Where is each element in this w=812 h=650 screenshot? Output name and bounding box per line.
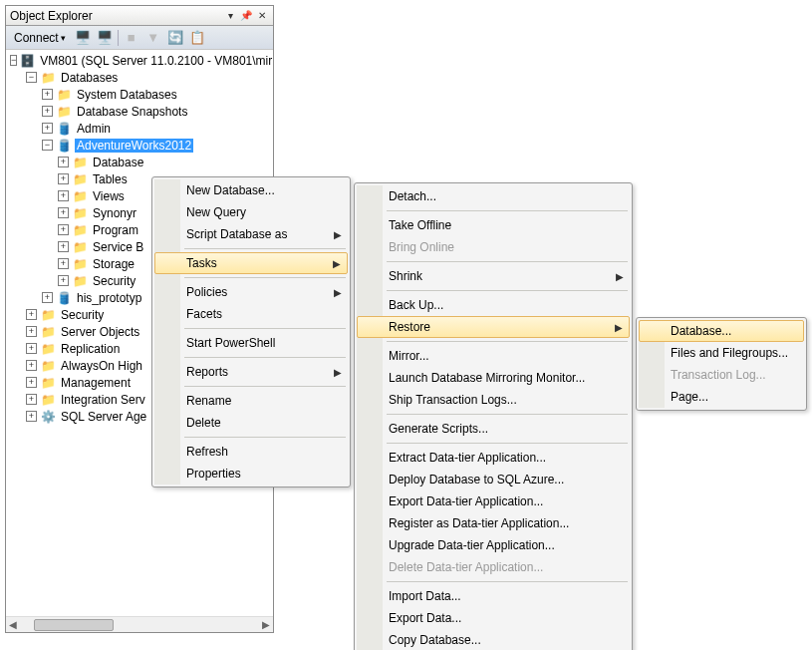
menu-label: Refresh bbox=[186, 445, 228, 459]
menu-reports[interactable]: Reports▶ bbox=[154, 361, 348, 383]
menu-take-offline[interactable]: Take Offline bbox=[357, 214, 630, 236]
folder-icon: 📁 bbox=[56, 87, 72, 103]
separator bbox=[118, 30, 119, 46]
menu-export-dac[interactable]: Export Data-tier Application... bbox=[357, 490, 630, 512]
prog-label: Program bbox=[91, 223, 140, 237]
panel-title: Object Explorer bbox=[10, 9, 93, 23]
folder-icon: 📁 bbox=[56, 104, 72, 120]
folder-icon: 📁 bbox=[72, 273, 88, 289]
server-node[interactable]: −🗄️VM801 (SQL Server 11.0.2100 - VM801\m… bbox=[6, 52, 273, 69]
menu-bring-online: Bring Online bbox=[357, 236, 630, 258]
close-icon[interactable]: ✕ bbox=[255, 9, 269, 23]
agent-icon: ⚙️ bbox=[40, 409, 56, 425]
menu-restore-page[interactable]: Page... bbox=[639, 386, 804, 408]
his-label: his_prototyp bbox=[75, 291, 143, 305]
pin-icon[interactable]: 📌 bbox=[239, 9, 253, 23]
folder-icon: 📁 bbox=[40, 375, 56, 391]
menu-separator bbox=[387, 261, 628, 262]
menu-shrink[interactable]: Shrink▶ bbox=[357, 265, 630, 287]
menu-start-powershell[interactable]: Start PowerShell bbox=[154, 332, 348, 354]
menu-properties[interactable]: Properties bbox=[154, 463, 348, 485]
menu-generate-scripts[interactable]: Generate Scripts... bbox=[357, 418, 630, 440]
menu-script-database[interactable]: Script Database as▶ bbox=[154, 223, 348, 245]
menu-tasks[interactable]: Tasks▶ bbox=[154, 252, 348, 274]
menu-label: Properties bbox=[186, 467, 241, 481]
context-menu-tasks: Detach... Take Offline Bring Online Shri… bbox=[354, 182, 633, 650]
menu-mirror[interactable]: Mirror... bbox=[357, 345, 630, 367]
dbdiagrams-node[interactable]: +📁Database bbox=[6, 154, 273, 170]
mgmt-label: Management bbox=[59, 376, 133, 390]
tables-label: Tables bbox=[91, 172, 130, 186]
menu-deploy-azure[interactable]: Deploy Database to SQL Azure... bbox=[357, 469, 630, 490]
chevron-down-icon: ▾ bbox=[61, 33, 66, 43]
menu-separator bbox=[387, 290, 628, 291]
scroll-left-icon[interactable]: ◀ bbox=[6, 618, 20, 632]
folder-icon: 📁 bbox=[40, 341, 56, 357]
refresh-icon[interactable]: 🔄 bbox=[166, 29, 184, 47]
dbd-label: Database bbox=[91, 156, 145, 169]
filter-icon[interactable]: ▼ bbox=[144, 29, 162, 47]
menu-export-data[interactable]: Export Data... bbox=[357, 607, 630, 629]
menu-refresh[interactable]: Refresh bbox=[154, 441, 348, 463]
menu-label: Files and Filegroups... bbox=[671, 346, 788, 360]
menu-restore-files[interactable]: Files and Filegroups... bbox=[639, 342, 804, 364]
menu-label: Facets bbox=[186, 307, 222, 321]
menu-register-dac[interactable]: Register as Data-tier Application... bbox=[357, 512, 630, 534]
synonyms-label: Synonyr bbox=[91, 206, 138, 220]
sysdb-label: System Databases bbox=[75, 88, 179, 102]
menu-label: Back Up... bbox=[389, 298, 443, 312]
menu-facets[interactable]: Facets bbox=[154, 303, 348, 325]
snapshots-node[interactable]: +📁Database Snapshots bbox=[6, 103, 273, 120]
disconnect-icon[interactable]: 🖥️ bbox=[96, 29, 114, 47]
menu-extract-dac[interactable]: Extract Data-tier Application... bbox=[357, 447, 630, 469]
menu-label: Export Data... bbox=[389, 611, 461, 625]
menu-label: Upgrade Data-tier Application... bbox=[389, 538, 555, 552]
storage-label: Storage bbox=[91, 257, 136, 271]
menu-delete-dac: Delete Data-tier Application... bbox=[357, 556, 630, 578]
sb-label: Service B bbox=[91, 240, 145, 254]
menu-new-query[interactable]: New Query bbox=[154, 201, 348, 223]
menu-separator bbox=[184, 277, 346, 278]
menu-separator bbox=[387, 414, 628, 415]
menu-separator bbox=[387, 443, 628, 444]
connect-button[interactable]: Connect ▾ bbox=[10, 30, 70, 46]
menu-detach[interactable]: Detach... bbox=[357, 185, 630, 207]
menu-launch-mirror-monitor[interactable]: Launch Database Mirroring Monitor... bbox=[357, 367, 630, 389]
scroll-right-icon[interactable]: ▶ bbox=[259, 618, 273, 632]
stop-icon[interactable]: ■ bbox=[123, 29, 140, 47]
database-icon: 🛢️ bbox=[56, 121, 72, 137]
collapse-icon[interactable]: 📋 bbox=[188, 29, 206, 47]
submenu-arrow-icon: ▶ bbox=[334, 229, 342, 240]
folder-icon: 📁 bbox=[72, 222, 88, 238]
server-icon: 🗄️ bbox=[20, 53, 35, 69]
menu-rename[interactable]: Rename bbox=[154, 390, 348, 412]
rep-label: Replication bbox=[59, 342, 122, 356]
databases-node[interactable]: −📁Databases bbox=[6, 69, 273, 86]
menu-label: Delete Data-tier Application... bbox=[389, 560, 543, 574]
sysdb-node[interactable]: +📁System Databases bbox=[6, 86, 273, 103]
menu-ship-logs[interactable]: Ship Transaction Logs... bbox=[357, 389, 630, 411]
scroll-thumb[interactable] bbox=[34, 619, 114, 631]
menu-separator bbox=[387, 341, 628, 342]
adventureworks-node[interactable]: −🛢️AdventureWorks2012 bbox=[6, 137, 273, 154]
menu-label: Launch Database Mirroring Monitor... bbox=[389, 371, 585, 385]
adventureworks-label: AdventureWorks2012 bbox=[75, 139, 193, 153]
menu-delete[interactable]: Delete bbox=[154, 412, 348, 434]
panel-titlebar[interactable]: Object Explorer ▾ 📌 ✕ bbox=[6, 6, 273, 26]
menu-restore-database[interactable]: Database... bbox=[639, 320, 804, 342]
menu-restore[interactable]: Restore▶ bbox=[357, 316, 630, 338]
menu-separator bbox=[184, 357, 346, 358]
menu-copy-database[interactable]: Copy Database... bbox=[357, 629, 630, 650]
dropdown-icon[interactable]: ▾ bbox=[223, 9, 237, 23]
admin-node[interactable]: +🛢️Admin bbox=[6, 120, 273, 137]
horizontal-scrollbar[interactable]: ◀ ▶ bbox=[6, 616, 273, 632]
menu-policies[interactable]: Policies▶ bbox=[154, 281, 348, 303]
submenu-arrow-icon: ▶ bbox=[615, 322, 623, 333]
menu-label: Rename bbox=[186, 394, 231, 408]
menu-backup[interactable]: Back Up... bbox=[357, 294, 630, 316]
menu-import-data[interactable]: Import Data... bbox=[357, 585, 630, 607]
menu-label: Shrink bbox=[389, 269, 422, 283]
menu-upgrade-dac[interactable]: Upgrade Data-tier Application... bbox=[357, 534, 630, 556]
connect-server-icon[interactable]: 🖥️ bbox=[74, 29, 92, 47]
menu-new-database[interactable]: New Database... bbox=[154, 179, 348, 201]
